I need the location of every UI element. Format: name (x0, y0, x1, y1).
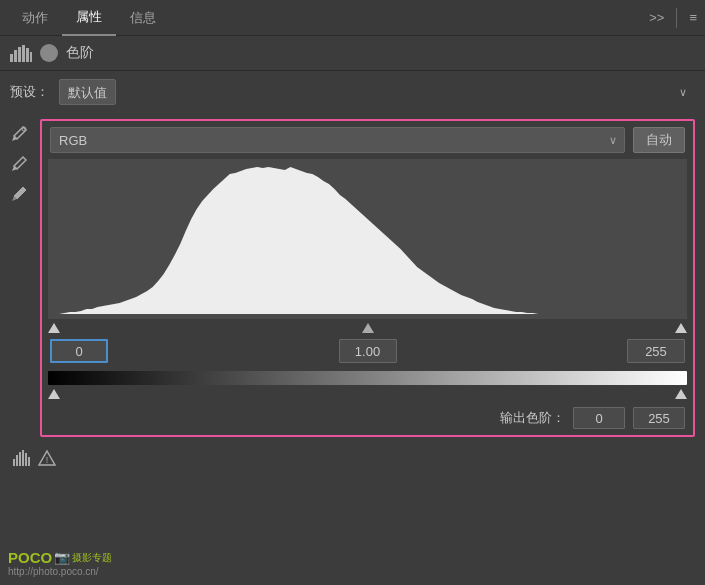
levels-box: RGB 红 绿 蓝 自动 0 1. (40, 119, 695, 437)
histogram-svg (48, 159, 687, 319)
svg-rect-2 (18, 47, 21, 62)
preset-select-wrapper: 默认值 (59, 79, 695, 105)
eyedropper-black-button[interactable] (8, 183, 30, 205)
output-highlight-input[interactable] (633, 407, 685, 429)
svg-rect-9 (16, 455, 18, 466)
output-gradient-bar (48, 371, 687, 385)
histogram-area (48, 159, 687, 319)
watermark-url: http://photo.poco.cn/ (8, 566, 112, 577)
midtone-slider-triangle[interactable] (362, 323, 374, 333)
preset-row: 预设： 默认值 (0, 71, 705, 113)
svg-rect-13 (28, 457, 30, 466)
channel-select-wrapper: RGB 红 绿 蓝 (50, 127, 625, 153)
svg-rect-0 (10, 54, 13, 62)
tab-info[interactable]: 信息 (116, 1, 170, 35)
shadow-value-input[interactable]: 0 (50, 339, 108, 363)
output-shadow-triangle[interactable] (48, 389, 60, 399)
tab-actions[interactable]: 动作 (8, 1, 62, 35)
output-shadow-input[interactable] (573, 407, 625, 429)
output-highlight-triangle[interactable] (675, 389, 687, 399)
svg-rect-8 (13, 459, 15, 466)
histogram-icon (10, 44, 32, 62)
svg-rect-10 (19, 452, 21, 466)
channel-select[interactable]: RGB 红 绿 蓝 (50, 127, 625, 153)
tab-properties[interactable]: 属性 (62, 0, 116, 36)
input-values-row: 0 1.00 255 (42, 335, 693, 367)
tab-divider (676, 8, 677, 28)
preset-label: 预设： (10, 83, 49, 101)
watermark: POCO 📷 摄影专题 http://photo.poco.cn/ (8, 549, 112, 577)
tab-menu-icon[interactable]: ≡ (689, 10, 697, 25)
output-label-text: 输出色阶： (500, 409, 565, 427)
main-content: RGB 红 绿 蓝 自动 0 1. (0, 113, 705, 443)
svg-rect-3 (22, 45, 25, 62)
output-section (42, 367, 693, 403)
channel-row: RGB 红 绿 蓝 自动 (42, 121, 693, 159)
tab-bar: 动作 属性 信息 >> ≡ (0, 0, 705, 36)
auto-button[interactable]: 自动 (633, 127, 685, 153)
warning-icon-button[interactable]: ! (36, 447, 58, 469)
layer-mask-icon (40, 44, 58, 62)
midtone-value-input[interactable]: 1.00 (339, 339, 397, 363)
watermark-camera-icon: 📷 (54, 550, 70, 565)
section-title: 色阶 (66, 44, 94, 62)
watermark-subtitle: 摄影专题 (72, 551, 112, 565)
svg-rect-1 (14, 50, 17, 62)
output-label-row: 输出色阶： (42, 403, 693, 435)
eyedropper-white-button[interactable] (8, 123, 30, 145)
tool-icons-panel (4, 119, 34, 437)
highlight-slider-triangle[interactable] (675, 323, 687, 333)
shadow-slider-triangle[interactable] (48, 323, 60, 333)
watermark-brand: POCO 📷 摄影专题 (8, 549, 112, 566)
preset-select[interactable]: 默认值 (59, 79, 116, 105)
input-triangle-row (42, 319, 693, 335)
svg-rect-4 (26, 48, 29, 62)
svg-text:!: ! (46, 455, 49, 465)
svg-rect-12 (25, 453, 27, 466)
bottom-icons-row: ! (0, 443, 705, 473)
section-header: 色阶 (0, 36, 705, 71)
eyedropper-gray-button[interactable] (8, 153, 30, 175)
output-triangle-row (48, 389, 687, 399)
highlight-value-input[interactable]: 255 (627, 339, 685, 363)
svg-rect-11 (22, 450, 24, 466)
watermark-poco-text: POCO (8, 549, 52, 566)
tab-overflow: >> ≡ (649, 8, 697, 28)
tab-more-icon[interactable]: >> (649, 10, 664, 25)
levels-icon-button[interactable] (10, 447, 32, 469)
svg-rect-5 (30, 52, 32, 62)
